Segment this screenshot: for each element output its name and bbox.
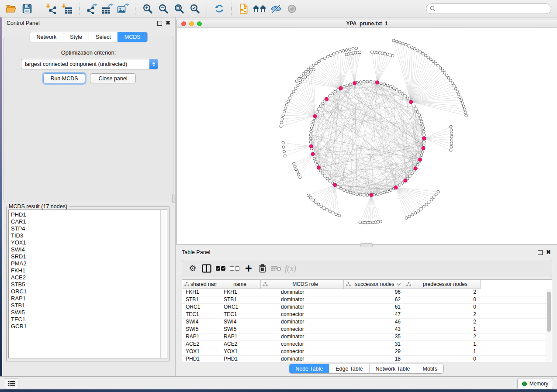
- mcds-hub-node[interactable]: [325, 97, 328, 100]
- run-mcds-button[interactable]: Run MCDS: [43, 73, 85, 83]
- network-node[interactable]: [445, 74, 448, 76]
- network-node[interactable]: [461, 102, 464, 104]
- network-node[interactable]: [349, 83, 352, 86]
- network-node[interactable]: [424, 54, 427, 57]
- network-node[interactable]: [439, 67, 442, 69]
- mcds-hub-node[interactable]: [339, 86, 343, 90]
- mcds-hub-node[interactable]: [313, 114, 317, 118]
- mcds-hub-node[interactable]: [353, 81, 356, 85]
- network-node[interactable]: [425, 203, 428, 206]
- network-node[interactable]: [434, 62, 437, 65]
- network-node[interactable]: [411, 213, 414, 216]
- network-node[interactable]: [363, 80, 365, 83]
- export-network-button[interactable]: [85, 2, 98, 16]
- table-row[interactable]: ACE2ACE2connector311: [182, 341, 552, 348]
- mcds-result-item[interactable]: TID3: [11, 232, 160, 239]
- network-node[interactable]: [355, 47, 358, 49]
- network-node[interactable]: [343, 189, 346, 191]
- network-node[interactable]: [301, 79, 304, 81]
- network-node[interactable]: [322, 172, 324, 175]
- network-node[interactable]: [450, 132, 453, 134]
- mcds-hub-node[interactable]: [409, 100, 412, 103]
- sort-desc-icon[interactable]: [397, 282, 401, 285]
- houses-button[interactable]: [253, 2, 267, 16]
- tab-select[interactable]: Select: [89, 32, 118, 42]
- network-node[interactable]: [367, 221, 369, 224]
- network-node[interactable]: [322, 102, 324, 105]
- network-node[interactable]: [429, 58, 432, 61]
- network-node[interactable]: [395, 40, 398, 43]
- network-node[interactable]: [318, 60, 320, 63]
- network-node[interactable]: [335, 213, 337, 216]
- network-node[interactable]: [307, 73, 309, 76]
- tab-style[interactable]: Style: [63, 32, 89, 42]
- network-node[interactable]: [422, 206, 425, 208]
- mcds-hub-node[interactable]: [422, 146, 425, 150]
- network-node[interactable]: [462, 105, 465, 107]
- select-all-button[interactable]: [214, 262, 227, 275]
- network-node[interactable]: [329, 179, 331, 182]
- network-node[interactable]: [377, 220, 379, 223]
- network-node[interactable]: [463, 108, 466, 110]
- network-node[interactable]: [293, 162, 295, 165]
- table-row[interactable]: SWI5SWI5connector431: [182, 326, 552, 334]
- network-node[interactable]: [363, 194, 365, 196]
- network-node[interactable]: [312, 68, 315, 71]
- network-node[interactable]: [401, 93, 404, 95]
- import-network-button[interactable]: [45, 2, 58, 16]
- network-node[interactable]: [309, 134, 312, 136]
- network-canvas[interactable]: [177, 28, 557, 245]
- network-node[interactable]: [398, 90, 401, 93]
- network-node[interactable]: [450, 145, 453, 148]
- network-node[interactable]: [401, 42, 404, 45]
- network-node[interactable]: [309, 71, 312, 73]
- tab-network-table[interactable]: Network Table: [369, 364, 416, 373]
- network-node[interactable]: [379, 220, 382, 223]
- network-node[interactable]: [282, 114, 284, 117]
- network-node[interactable]: [324, 175, 326, 177]
- network-node[interactable]: [364, 221, 367, 224]
- delete-table-button[interactable]: [270, 262, 283, 275]
- network-node[interactable]: [312, 199, 315, 201]
- network-node[interactable]: [323, 207, 325, 210]
- network-node[interactable]: [398, 41, 401, 44]
- network-node[interactable]: [343, 85, 346, 88]
- mcds-hub-node[interactable]: [422, 137, 426, 140]
- mcds-hub-node[interactable]: [309, 144, 313, 148]
- network-window-titlebar[interactable]: YPA_prune.txt_1: [177, 20, 557, 28]
- column-header-successor-nodes[interactable]: successor nodes: [344, 280, 404, 289]
- network-node[interactable]: [437, 65, 439, 67]
- network-node[interactable]: [413, 48, 416, 50]
- network-node[interactable]: [310, 130, 312, 133]
- network-node[interactable]: [361, 221, 364, 224]
- network-node[interactable]: [353, 192, 355, 195]
- mcds-result-item[interactable]: TEC1: [11, 316, 160, 323]
- network-node[interactable]: [300, 75, 302, 78]
- table-scrollbar[interactable]: [546, 289, 552, 362]
- network-node[interactable]: [421, 151, 424, 153]
- network-node[interactable]: [339, 187, 342, 190]
- mcds-hub-node[interactable]: [404, 179, 407, 182]
- network-node[interactable]: [326, 177, 329, 180]
- network-node[interactable]: [294, 87, 297, 90]
- network-node[interactable]: [332, 212, 334, 214]
- tab-edge-table[interactable]: Edge Table: [329, 364, 369, 373]
- network-node[interactable]: [370, 51, 373, 53]
- network-node[interactable]: [352, 48, 354, 50]
- network-node[interactable]: [299, 81, 301, 84]
- network-node[interactable]: [380, 192, 382, 195]
- table-row[interactable]: TEC1TEC1connector472: [182, 311, 552, 319]
- network-node[interactable]: [332, 53, 335, 55]
- network-node[interactable]: [391, 55, 394, 57]
- network-node[interactable]: [380, 82, 382, 85]
- network-node[interactable]: [356, 193, 358, 196]
- network-node[interactable]: [386, 53, 389, 55]
- network-node[interactable]: [450, 129, 453, 131]
- network-node[interactable]: [315, 62, 318, 65]
- network-node[interactable]: [299, 176, 301, 179]
- network-node[interactable]: [435, 193, 437, 196]
- network-node[interactable]: [420, 154, 423, 157]
- network-node[interactable]: [441, 69, 444, 72]
- network-node[interactable]: [331, 93, 334, 95]
- network-node[interactable]: [297, 173, 300, 176]
